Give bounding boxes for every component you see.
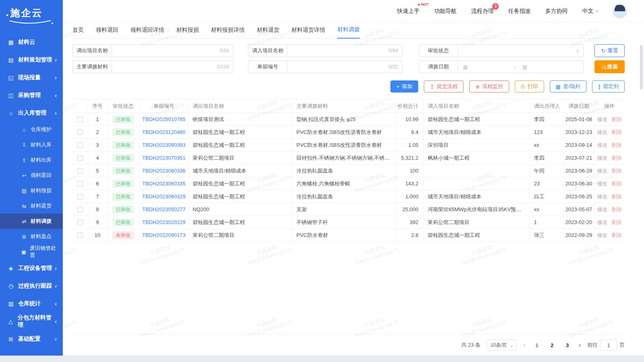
edit-link[interactable]: 修改 [597,219,607,225]
doc-link[interactable]: TBDH2023060329 [142,193,186,200]
prev-page-button[interactable]: ‹ [522,341,526,349]
row-checkbox[interactable] [77,207,83,212]
sidebar-item-material-cloud[interactable]: ▦ 材料云 [0,33,63,51]
sidebar-subitem-material-loss[interactable]: ▤ 材料报损 [0,183,63,198]
delete-link[interactable]: 删除 [611,155,622,161]
delete-link[interactable]: 删除 [611,232,622,238]
tab-picking-return[interactable]: 领料退回 [96,27,118,38]
sidebar-item-warehouse-mgmt[interactable]: ⌂ 出入库管理 ∧ [0,104,63,122]
tab-material-loss-detail[interactable]: 材料报损详情 [211,27,245,38]
in-project-input[interactable] [287,45,389,57]
edit-link[interactable]: 修改 [597,142,607,148]
submit-process-button[interactable]: ↥ 提交流程 [424,80,464,93]
sidebar-subitem-material-outbound[interactable]: ⇧ 材料出库 [0,152,63,168]
row-checkbox[interactable] [77,117,83,122]
edit-link[interactable]: 修改 [597,232,607,238]
doc-link[interactable]: TBDH2023060335 [142,181,186,187]
add-button[interactable]: + 添加 [390,80,419,93]
sidebar-item-subcontractor-material[interactable]: △ 分包方材料管理 ∨ [0,313,63,330]
main-material-input[interactable] [112,61,217,73]
search-button[interactable]: 搜索 [594,60,625,73]
sidebar-subitem-warehouse-maintain[interactable]: ⌂ 仓库维护 [0,122,63,137]
sidebar-item-equipment-mgmt[interactable]: ◈ 工程设备管理 ∨ [0,259,63,277]
edit-link[interactable]: 修改 [597,206,607,212]
page-1-button[interactable]: 1 [532,342,542,348]
approval-status-select[interactable]: ∨ [458,45,583,57]
delete-link[interactable]: 删除 [611,206,622,212]
doc-link[interactable]: TBDH2023120480 [142,129,186,135]
sidebar-item-procurement[interactable]: ◫ 采购管理 ∨ [0,86,63,104]
sidebar-subitem-picking-return[interactable]: ↩ 领料退回 [0,168,63,183]
nav-process-handling[interactable]: 流程办理 8 [471,8,493,15]
sidebar-item-site-reporting[interactable]: ◱ 现场报量 ∨ [0,69,63,86]
delete-link[interactable]: 删除 [611,116,622,122]
cell-out-project: 碧桂园生态城一期工程 [188,139,292,152]
show-hide-columns-button[interactable]: ▦ 显/隐列 [550,80,586,93]
sidebar-item-process-tracking[interactable]: ◷ 过程执行跟踪 ∨ [0,277,63,295]
sidebar-item-basic-config[interactable]: ⊞ 基础配置 ∨ [0,330,63,348]
edit-link[interactable]: 修改 [597,129,607,135]
fixed-columns-button[interactable]: ∥ 固定列 [592,80,625,93]
doc-link[interactable]: TBDH2022090173 [142,232,186,238]
tab-home[interactable]: 首页 [72,27,84,38]
sidebar-item-material-planning[interactable]: ▤ 材料策划管理 ∨ [0,51,63,69]
page-size-select[interactable]: 10条/页 ∨ [486,339,517,351]
edit-link[interactable]: 修改 [597,193,607,200]
row-checkbox[interactable] [77,155,83,161]
tab-material-refund[interactable]: 材料退货 [257,27,279,38]
delete-link[interactable]: 删除 [611,168,622,174]
delete-link[interactable]: 删除 [611,219,622,225]
sidebar-subitem-material-transfer[interactable]: ⇄ 材料调拨 [0,214,63,229]
nav-quick-start[interactable]: 快速上手 HOT [397,8,419,15]
edit-link[interactable]: 修改 [597,116,607,122]
row-checkbox[interactable] [77,168,83,174]
horizontal-scrollbar-track[interactable] [0,356,644,362]
sidebar-subitem-material-refund[interactable]: ⇆ 材料退货 [0,198,63,214]
sidebar-subitem-material-inbound[interactable]: ⇩ 材料入库 [0,137,63,152]
row-checkbox[interactable] [77,220,83,225]
vertical-scrollbar-thumb[interactable] [640,45,643,89]
goto-page-input[interactable] [600,339,617,351]
page-3-button[interactable]: 3 [563,342,572,348]
row-checkbox[interactable] [77,232,83,238]
tab-material-transfer[interactable]: 材料调拨 [337,26,360,39]
nav-collaboration[interactable]: 多方协同 [545,8,568,15]
calendar-icon[interactable]: ▦ [522,64,527,70]
edit-link[interactable]: 修改 [597,181,607,187]
delete-link[interactable]: 删除 [611,129,622,135]
page-2-button[interactable]: 2 [547,342,557,348]
process-monitor-button[interactable]: ⊕ 流程监控 [469,80,509,93]
edit-link[interactable]: 修改 [597,155,607,161]
doc-link[interactable]: TBDH2023060336 [142,168,186,174]
sidebar-subitem-stocktake[interactable]: ≣ 材料盘点 [0,229,63,244]
nav-task-assign[interactable]: 任务指派 [508,8,530,15]
language-switcher[interactable]: 中文 ∨ [582,8,598,15]
sidebar-subitem-scrap-disposal[interactable]: ▣ 废旧物资处置 [0,244,63,259]
delete-link[interactable]: 删除 [611,181,622,187]
delete-link[interactable]: 删除 [611,142,622,148]
print-button[interactable]: ⎙ 打印 [515,80,544,93]
row-checkbox[interactable] [77,130,83,135]
nav-feature-guide[interactable]: 功能导航 [434,8,456,15]
outbound-icon: ⇧ [21,157,27,163]
doc-number-input[interactable] [287,61,389,73]
next-page-button[interactable]: › [578,341,582,349]
tab-material-refund-detail[interactable]: 材料退货详情 [291,27,325,38]
row-checkbox[interactable] [77,181,83,187]
tab-material-loss[interactable]: 材料报损 [176,27,199,38]
user-avatar[interactable] [613,4,627,19]
calendar-icon[interactable]: ▦ [463,64,468,70]
edit-link[interactable]: 修改 [597,168,607,174]
reset-button[interactable]: ↻ 重置 [594,44,625,57]
doc-link[interactable]: TBDH2023050277 [142,206,186,212]
out-project-input[interactable] [112,45,220,57]
row-checkbox[interactable] [77,194,83,200]
tab-picking-return-detail[interactable]: 领料退回详情 [130,27,164,38]
doc-link[interactable]: TBDH2023070351 [142,155,186,161]
delete-link[interactable]: 删除 [611,193,622,200]
doc-link[interactable]: TBDH2025010765 [142,116,186,122]
doc-link[interactable]: TBDH2023020229 [142,219,186,225]
doc-link[interactable]: TBDH2023090393 [142,142,186,148]
row-checkbox[interactable] [77,142,83,148]
sidebar-item-warehouse-stats[interactable]: ▥ 仓库统计 ∨ [0,295,63,313]
